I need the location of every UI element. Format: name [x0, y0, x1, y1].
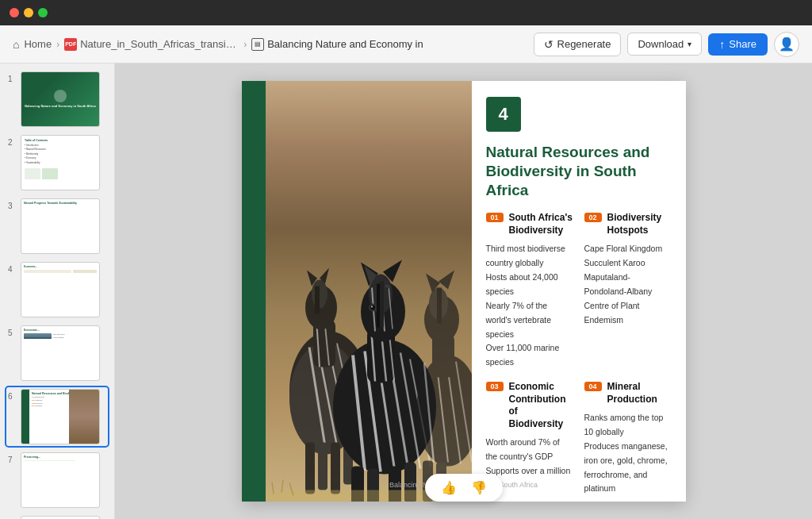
breadcrumb-pdf-name: Nature_in_South_Africas_transition_to_su… — [80, 38, 239, 50]
section-02: 02 Biodiversity Hotspots Cape Floral Kin… — [584, 212, 672, 370]
section-02-body: Cape Floral Kingdom Succulent Karoo Mapu… — [584, 242, 672, 327]
svg-rect-44 — [380, 281, 384, 327]
slide-thumbnail-8: Sustainable... — [21, 516, 100, 519]
section-01-title: South Africa's Biodiversity — [509, 212, 573, 236]
slide-num-3: 3 — [8, 202, 16, 210]
slide-thumbnail-2: Table of Contents • Introduction• Natura… — [21, 135, 100, 190]
download-label: Download — [638, 38, 684, 50]
nav-bar: ⌂ Home › PDF Nature_in_South_Africas_tra… — [0, 25, 812, 63]
slide-page: 4 Natural Resources and Biodiversity in … — [242, 81, 686, 502]
breadcrumb-pdf[interactable]: PDF Nature_in_South_Africas_transition_t… — [64, 38, 239, 51]
section-03-header: 03 Economic Contribution of Biodiversity — [486, 381, 573, 430]
slide-num-2: 2 — [8, 138, 16, 147]
svg-rect-61 — [437, 287, 442, 323]
slide-number-badge: 4 — [486, 97, 521, 132]
slide-num-7: 7 — [8, 456, 16, 464]
regenerate-icon: ↺ — [544, 38, 553, 51]
feedback-bar: 👍 👎 — [425, 474, 503, 502]
slide-num-4: 4 — [8, 265, 16, 274]
slide-thumb-7[interactable]: 7 Preserving... — [6, 451, 108, 509]
slide-left-bar — [242, 81, 266, 502]
slide-thumbnail-5: Economic... Info text hereMore details — [21, 325, 100, 381]
slide-thumb-2[interactable]: 2 Table of Contents • Introduction• Natu… — [6, 133, 108, 192]
section-01-item-2: Hosts about 24,000 species — [486, 271, 573, 299]
section-02-title: Biodiversity Hotspots — [607, 212, 672, 236]
slide-title: Natural Resources and Biodiversity in So… — [486, 143, 672, 199]
breadcrumb-current: ▤ Balancing Nature and Economy in South … — [251, 38, 426, 51]
section-03-badge: 03 — [486, 382, 504, 391]
section-04-badge: 04 — [584, 382, 602, 391]
section-02-badge: 02 — [584, 213, 602, 222]
slide-thumbnail-3: Natural Progress Towards Sustainability — [21, 198, 100, 254]
nav-actions: ↺ Regenerate Download ▾ ↑ Share 👤 — [534, 32, 799, 57]
user-button[interactable]: 👤 — [774, 32, 799, 57]
slide-thumbnail-6: Natural Resources and Biodiversity 01 Bi… — [21, 389, 100, 444]
breadcrumb-sep-1: › — [56, 39, 59, 50]
breadcrumb-current-name: Balancing Nature and Economy in South Af… — [267, 38, 426, 50]
section-02-item-3: Maputaland-Pondoland-Albany Centre of Pl… — [584, 271, 672, 327]
section-01-header: 01 South Africa's Biodiversity — [486, 212, 573, 236]
section-01: 01 South Africa's Biodiversity Third mos… — [486, 212, 573, 370]
main-content: 1 Balancing Nature and Economy in South … — [0, 63, 812, 519]
maximize-button[interactable] — [38, 8, 48, 17]
section-03-title: Economic Contribution of Biodiversity — [509, 381, 573, 430]
slide-content: 4 Natural Resources and Biodiversity in … — [472, 81, 686, 502]
section-04-title: Mineral Production — [607, 381, 672, 406]
regenerate-button[interactable]: ↺ Regenerate — [534, 33, 622, 56]
breadcrumb-home[interactable]: Home — [24, 38, 52, 50]
svg-rect-13 — [315, 286, 320, 313]
section-03-item-1: Worth around 7% of the country's GDP — [486, 436, 573, 464]
slide-area: 4 Natural Resources and Biodiversity in … — [115, 63, 812, 519]
slide-thumbnail-7: Preserving... — [21, 452, 100, 508]
slide-num-5: 5 — [8, 329, 16, 337]
section-04-item-1: Ranks among the top 10 globally — [584, 411, 672, 440]
svg-point-38 — [370, 305, 375, 309]
pdf-icon: PDF — [64, 38, 77, 51]
traffic-lights — [10, 8, 48, 17]
section-02-header: 02 Biodiversity Hotspots — [584, 212, 672, 236]
section-01-item-3: Nearly 7% of the world's vertebrate spec… — [486, 299, 573, 342]
slide-thumb-5[interactable]: 5 Economic... Info text hereMore details — [6, 324, 108, 383]
slide-num-1: 1 — [8, 75, 16, 83]
slide-num-6: 6 — [8, 392, 16, 401]
title-bar — [0, 0, 812, 25]
section-01-body: Third most biodiverse country globally H… — [486, 242, 573, 370]
thumbs-down-icon: 👎 — [471, 480, 487, 495]
slide-thumb-8[interactable]: 8 Sustainable... — [6, 514, 108, 519]
minimize-button[interactable] — [24, 8, 33, 17]
share-button[interactable]: ↑ Share — [708, 33, 768, 56]
slide-thumbnail-4: Economic... — [21, 262, 100, 317]
svg-point-36 — [385, 284, 389, 287]
regenerate-label: Regenerate — [557, 38, 611, 50]
slide-thumb-6[interactable]: 6 Natural Resources and Biodiversity 01 … — [6, 387, 108, 446]
thumbs-up-button[interactable]: 👍 — [435, 477, 463, 498]
download-button[interactable]: Download ▾ — [627, 33, 702, 56]
breadcrumb: ⌂ Home › PDF Nature_in_South_Africas_tra… — [13, 38, 527, 51]
section-02-item-1: Cape Floral Kingdom — [584, 242, 672, 256]
user-icon: 👤 — [779, 37, 795, 52]
slide-thumbnail-1: Balancing Nature and Economy in South Af… — [21, 71, 100, 127]
svg-marker-60 — [439, 270, 454, 289]
share-label: Share — [729, 38, 756, 50]
slide-image — [266, 81, 472, 502]
slide-sidebar: 1 Balancing Nature and Economy in South … — [0, 63, 115, 519]
section-04-header: 04 Mineral Production — [584, 381, 672, 406]
thumbs-up-icon: 👍 — [441, 480, 457, 495]
close-button[interactable] — [10, 8, 19, 17]
svg-point-39 — [371, 306, 373, 307]
breadcrumb-sep-2: › — [243, 39, 247, 50]
thumbs-down-button[interactable]: 👎 — [465, 477, 493, 498]
slide-thumb-3[interactable]: 3 Natural Progress Towards Sustainabilit… — [6, 197, 108, 256]
slide-thumb-1[interactable]: 1 Balancing Nature and Economy in South … — [6, 70, 108, 129]
chevron-down-icon: ▾ — [688, 40, 691, 48]
share-icon: ↑ — [719, 38, 725, 51]
section-01-badge: 01 — [486, 213, 504, 222]
slide-icon: ▤ — [251, 38, 264, 51]
section-grid: 01 South Africa's Biodiversity Third mos… — [486, 212, 672, 496]
thumb-green-bar — [21, 390, 29, 444]
slide-thumb-4[interactable]: 4 Economic... — [6, 260, 108, 319]
section-02-item-2: Succulent Karoo — [584, 256, 672, 271]
section-01-item-1: Third most biodiverse country globally — [486, 242, 573, 271]
section-01-item-4: Over 11,000 marine species — [486, 341, 573, 370]
home-icon: ⌂ — [13, 38, 19, 51]
